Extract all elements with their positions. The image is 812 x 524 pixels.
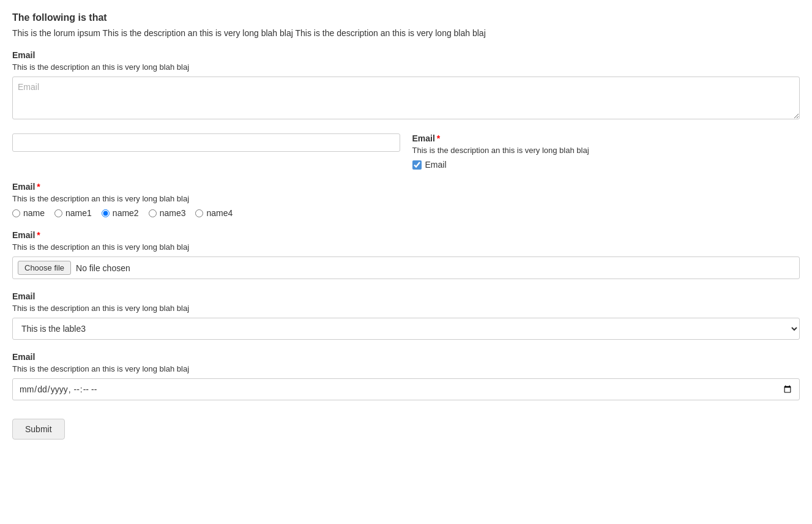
radio-option-name2[interactable]: name2 [102, 208, 139, 218]
text-left-input[interactable] [12, 133, 400, 152]
submit-button[interactable]: Submit [12, 419, 65, 440]
email-datetime-group: Email This is the description an this is… [12, 352, 800, 400]
submit-section: Submit [12, 413, 800, 440]
radio-label-name: name [23, 208, 45, 218]
email-checkbox-label: Email* [412, 133, 800, 143]
choose-file-button[interactable]: Choose file [18, 261, 71, 275]
email-radio-required: * [37, 182, 40, 192]
email-checkbox-description: This is the description an this is very … [412, 146, 800, 155]
email-radio-label: Email* [12, 182, 800, 192]
page-title: The following is that [12, 12, 800, 23]
email-textarea-label: Email [12, 50, 800, 60]
text-left-group [12, 133, 400, 170]
email-checkbox-option-label: Email [425, 160, 447, 170]
radio-input-name1[interactable] [54, 209, 62, 217]
email-select-input[interactable]: This is the lable1 This is the lable2 Th… [12, 318, 800, 340]
email-file-description: This is the description an this is very … [12, 242, 800, 252]
radio-label-name3: name3 [160, 208, 186, 218]
email-checkbox-group: Email* This is the description an this i… [412, 133, 800, 170]
email-textarea-group: Email This is the description an this is… [12, 50, 800, 121]
email-datetime-label: Email [12, 352, 800, 362]
radio-options: name name1 name2 name3 name4 [12, 208, 800, 218]
email-file-group: Email* This is the description an this i… [12, 230, 800, 279]
datetime-input[interactable] [12, 378, 800, 400]
email-checkbox-option[interactable]: Email [412, 160, 800, 170]
no-file-label: No file chosen [76, 263, 130, 273]
email-textarea-description: This is the description an this is very … [12, 62, 800, 72]
email-file-label: Email* [12, 230, 800, 240]
email-datetime-description: This is the description an this is very … [12, 364, 800, 373]
email-radio-description: This is the description an this is very … [12, 194, 800, 203]
email-checkbox-input[interactable] [412, 160, 422, 170]
radio-input-name2[interactable] [102, 209, 110, 217]
email-select-group: Email This is the description an this is… [12, 291, 800, 340]
radio-option-name3[interactable]: name3 [149, 208, 186, 218]
page-description: This is the lorum ipsum This is the desc… [12, 28, 800, 38]
radio-label-name2: name2 [113, 208, 139, 218]
radio-input-name[interactable] [12, 209, 20, 217]
radio-option-name[interactable]: name [12, 208, 45, 218]
radio-input-name4[interactable] [195, 209, 203, 217]
email-select-description: This is the description an this is very … [12, 304, 800, 313]
email-select-label: Email [12, 291, 800, 301]
radio-label-name1: name1 [65, 208, 92, 218]
email-checkbox-required: * [437, 133, 440, 143]
email-radio-group: Email* This is the description an this i… [12, 182, 800, 218]
radio-option-name1[interactable]: name1 [54, 208, 92, 218]
radio-label-name4: name4 [206, 208, 233, 218]
radio-input-name3[interactable] [149, 209, 157, 217]
file-input-wrapper: Choose file No file chosen [12, 256, 800, 279]
radio-option-name4[interactable]: name4 [195, 208, 233, 218]
email-textarea-input[interactable] [12, 77, 800, 119]
two-col-row: Email* This is the description an this i… [12, 133, 800, 170]
email-file-required: * [37, 230, 40, 240]
